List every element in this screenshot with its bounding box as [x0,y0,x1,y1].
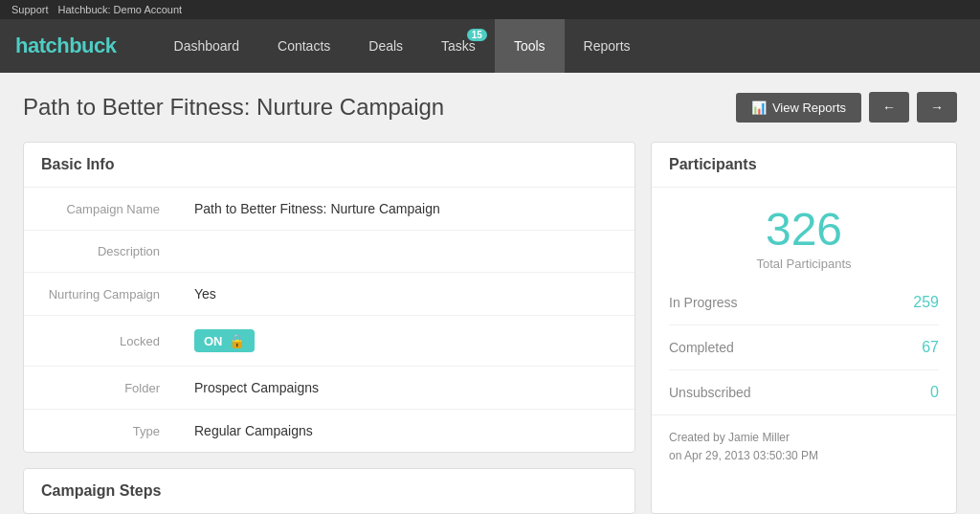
field-value-locked: ON 🔒 [177,316,635,367]
nav-item-reports[interactable]: Reports [565,19,650,73]
nav-links: Dashboard Contacts Deals Tasks 15 Tools … [155,19,965,73]
info-table: Campaign Name Path to Better Fitness: Nu… [24,188,635,452]
lock-icon: 🔒 [229,333,245,348]
campaign-steps-header: Campaign Steps [24,469,635,513]
stat-label-in-progress: In Progress [669,295,738,310]
stat-label-unsubscribed: Unsubscribed [669,385,751,400]
field-value-description [177,231,635,273]
stat-label-completed: Completed [669,340,734,355]
back-button[interactable]: ← [869,92,909,123]
participants-stats: In Progress 259 Completed 67 Unsubscribe… [652,280,956,414]
nav-item-dashboard[interactable]: Dashboard [155,19,259,73]
field-value-type: Regular Campaigns [177,410,635,453]
field-label-locked: Locked [24,316,177,367]
main-content: Path to Better Fitness: Nurture Campaign… [0,73,980,514]
chart-icon: 📊 [751,101,767,115]
forward-button[interactable]: → [917,92,957,123]
stat-row-in-progress: In Progress 259 [669,280,939,325]
field-value-folder: Prospect Campaigns [177,367,635,410]
stat-row-completed: Completed 67 [669,325,939,370]
view-reports-button[interactable]: 📊 View Reports [736,93,861,123]
top-bar: Support Hatchbuck: Demo Account [0,0,980,19]
created-info: Created by Jamie Miller on Apr 29, 2013 … [652,414,956,479]
table-row: Folder Prospect Campaigns [24,367,635,410]
content-grid: Basic Info Campaign Name Path to Better … [23,142,957,514]
field-label-nurturing: Nurturing Campaign [24,273,177,316]
account-name: Hatchbuck: Demo Account [58,4,183,15]
participants-header: Participants [652,143,956,188]
table-row: Nurturing Campaign Yes [24,273,635,316]
field-label-description: Description [24,231,177,273]
field-label-campaign-name: Campaign Name [24,188,177,231]
basic-info-card: Basic Info Campaign Name Path to Better … [23,142,635,453]
field-value-nurturing: Yes [177,273,635,316]
nav-item-tools[interactable]: Tools [495,19,565,73]
main-nav: hatchbuck Dashboard Contacts Deals Tasks… [0,19,980,73]
stat-row-unsubscribed: Unsubscribed 0 [669,370,939,414]
stat-value-completed: 67 [922,339,939,356]
field-label-folder: Folder [24,367,177,410]
created-on: on Apr 29, 2013 03:50:30 PM [669,447,939,465]
table-row: Description [24,231,635,273]
table-row: Type Regular Campaigns [24,410,635,453]
nav-item-deals[interactable]: Deals [349,19,422,73]
field-label-type: Type [24,410,177,453]
total-label: Total Participants [652,257,956,271]
tasks-badge: 15 [467,29,487,41]
header-actions: 📊 View Reports ← → [736,92,957,123]
stat-value-unsubscribed: 0 [930,384,939,401]
basic-info-header: Basic Info [24,143,635,188]
campaign-steps-card: Campaign Steps [23,468,635,514]
field-value-campaign-name: Path to Better Fitness: Nurture Campaign [177,188,635,231]
table-row: Campaign Name Path to Better Fitness: Nu… [24,188,635,231]
logo: hatchbuck [15,34,117,58]
support-link[interactable]: Support [11,4,49,15]
table-row: Locked ON 🔒 [24,316,635,367]
left-column: Basic Info Campaign Name Path to Better … [23,142,635,514]
nav-item-tasks[interactable]: Tasks 15 [422,19,495,73]
total-number: 326 [652,207,956,253]
total-participants: 326 Total Participants [652,188,956,280]
page-title: Path to Better Fitness: Nurture Campaign [23,94,444,121]
nav-item-contacts[interactable]: Contacts [258,19,349,73]
participants-card: Participants 326 Total Participants In P… [651,142,957,514]
page-header: Path to Better Fitness: Nurture Campaign… [23,92,957,123]
stat-value-in-progress: 259 [913,294,939,311]
created-by: Created by Jamie Miller [669,429,939,447]
locked-toggle[interactable]: ON 🔒 [194,329,255,352]
